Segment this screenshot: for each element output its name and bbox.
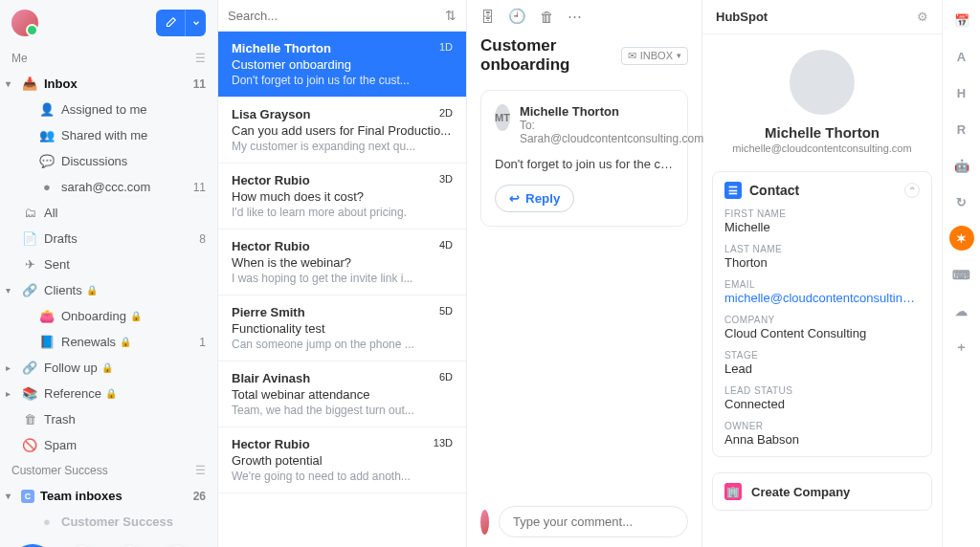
rail-r[interactable]: R bbox=[949, 117, 974, 142]
thread-time: 1D bbox=[439, 41, 453, 55]
thread-item[interactable]: Hector Rubio4DWhen is the webinar?I was … bbox=[218, 230, 466, 295]
folder-icon: 📥 bbox=[21, 77, 38, 91]
create-company-button[interactable]: 🏢 Create Company bbox=[712, 472, 932, 511]
filter-icon[interactable]: ☰ bbox=[195, 464, 206, 477]
rail-keyboard[interactable]: ⌨ bbox=[949, 262, 974, 287]
folder-icon: 🔗 bbox=[21, 361, 38, 375]
folder-icon: ✈ bbox=[21, 257, 38, 272]
folder-reference[interactable]: ▸📚Reference🔒 bbox=[0, 381, 217, 406]
bottom-bar: ⋯ bbox=[0, 535, 217, 547]
dot-icon: ● bbox=[38, 514, 56, 529]
folder-sarah-ccc-com[interactable]: ●sarah@ccc.com11 bbox=[0, 174, 217, 200]
lock-icon: 🔒 bbox=[101, 362, 113, 373]
recipient-line: To: Sarah@cloudcontentconsulting.com bbox=[520, 119, 703, 145]
folder-shared-with-me[interactable]: 👥Shared with me bbox=[0, 122, 217, 148]
sort-button[interactable]: ⇅ bbox=[445, 8, 457, 23]
field-value[interactable]: Cloud Content Consulting bbox=[724, 326, 920, 340]
contact-avatar bbox=[790, 50, 855, 115]
compose-icon bbox=[164, 16, 177, 30]
folder-label: Onboarding bbox=[61, 309, 126, 323]
folder-label: Customer Success bbox=[61, 514, 173, 529]
thread-time: 4D bbox=[439, 239, 453, 253]
folder-label: Trash bbox=[44, 412, 76, 427]
rail-a[interactable]: A bbox=[949, 44, 974, 69]
thread-preview: I'd like to learn more about pricing. bbox=[232, 206, 453, 219]
archive-button[interactable]: 🗄 bbox=[480, 9, 495, 25]
delete-button[interactable]: 🗑 bbox=[540, 9, 554, 25]
thread-time: 5D bbox=[439, 305, 453, 319]
folder-icon: 👤 bbox=[38, 102, 56, 117]
more-actions-button[interactable]: ⋯ bbox=[568, 8, 582, 25]
rail-hubspot[interactable]: ✶ bbox=[949, 226, 974, 251]
field-value[interactable]: michelle@cloudcontentconsulting.... bbox=[724, 291, 920, 305]
reply-button[interactable]: ↩ Reply bbox=[495, 185, 574, 212]
thread-from: Hector Rubio bbox=[232, 173, 310, 187]
inbox-badge[interactable]: ✉ INBOX ▾ bbox=[621, 47, 688, 65]
thread-item[interactable]: Hector Rubio13DGrowth potentialWe're goi… bbox=[218, 427, 466, 493]
compose-button[interactable] bbox=[156, 10, 185, 36]
rail-bot[interactable]: 🤖 bbox=[949, 153, 974, 178]
snooze-button[interactable]: 🕘 bbox=[508, 8, 526, 25]
folder-sent[interactable]: ✈Sent bbox=[0, 252, 217, 277]
rail-refresh[interactable]: ↻ bbox=[949, 189, 974, 214]
folder-renewals[interactable]: 📘Renewals🔒1 bbox=[0, 329, 217, 355]
folder-follow-up[interactable]: ▸🔗Follow up🔒 bbox=[0, 355, 217, 381]
folder-inbox[interactable]: ▾📥Inbox11 bbox=[0, 71, 217, 97]
thread-item[interactable]: Lisa Grayson2DCan you add users for Fina… bbox=[218, 98, 466, 164]
folder-assigned-to-me[interactable]: 👤Assigned to me bbox=[0, 97, 217, 122]
compose-dropdown[interactable] bbox=[185, 10, 206, 36]
folder-label: Clients bbox=[44, 283, 82, 297]
reading-pane: 🗄 🕘 🗑 ⋯ Customer onboarding ✉ INBOX ▾ MT… bbox=[467, 0, 702, 547]
field-label: FIRST NAME bbox=[724, 208, 920, 219]
thread-from: Pierre Smith bbox=[232, 305, 305, 319]
folder-trash[interactable]: 🗑Trash bbox=[0, 406, 217, 432]
folder-all[interactable]: 🗂All bbox=[0, 200, 217, 226]
message-body: Don't forget to join us for the customer… bbox=[495, 157, 674, 171]
contact-name: Michelle Thorton bbox=[712, 124, 932, 141]
folder-label: Renewals bbox=[61, 335, 116, 349]
folder-spam[interactable]: 🚫Spam bbox=[0, 432, 217, 458]
folder-label: Sent bbox=[44, 257, 70, 272]
field-value[interactable]: Lead bbox=[724, 361, 920, 376]
thread-item[interactable]: Blair Avinash6DTotal webinar attendanceT… bbox=[218, 361, 466, 427]
collapse-icon[interactable]: ⌃ bbox=[904, 183, 920, 198]
folder-count: 26 bbox=[193, 490, 206, 503]
rail-add[interactable]: ＋ bbox=[949, 335, 974, 360]
folder-team-inboxes[interactable]: ▾ C Team inboxes 26 bbox=[0, 483, 217, 509]
field-value[interactable]: Michelle bbox=[724, 220, 920, 234]
thread-from: Hector Rubio bbox=[232, 437, 310, 451]
folder-discussions[interactable]: 💬Discussions bbox=[0, 148, 217, 174]
thread-item[interactable]: Michelle Thorton1DCustomer onboardingDon… bbox=[218, 32, 466, 98]
field-label: EMAIL bbox=[724, 279, 920, 290]
rail-h[interactable]: H bbox=[949, 80, 974, 105]
rail-calendar[interactable]: 📅 bbox=[949, 8, 974, 33]
field-value[interactable]: Connected bbox=[724, 397, 920, 411]
gear-icon[interactable]: ⚙ bbox=[917, 10, 928, 24]
field-value[interactable]: Anna Babson bbox=[724, 432, 920, 447]
sender-name: Michelle Thorton bbox=[520, 104, 703, 119]
thread-from: Blair Avinash bbox=[232, 371, 310, 385]
thread-item[interactable]: Hector Rubio3DHow much does it cost?I'd … bbox=[218, 164, 466, 230]
filter-icon[interactable]: ☰ bbox=[195, 52, 206, 65]
comment-input[interactable] bbox=[499, 506, 688, 537]
folder-count: 11 bbox=[193, 77, 206, 91]
thread-item[interactable]: Pierre Smith5DFunctionality testCan some… bbox=[218, 295, 466, 361]
user-avatar[interactable] bbox=[11, 10, 38, 36]
folder-clients[interactable]: ▾🔗Clients🔒 bbox=[0, 277, 217, 303]
folder-icon: 🗑 bbox=[21, 412, 38, 427]
folder-drafts[interactable]: 📄Drafts8 bbox=[0, 226, 217, 252]
rail-cloud[interactable]: ☁ bbox=[949, 298, 974, 323]
contact-card-icon: ☰ bbox=[724, 182, 742, 199]
folder-label: Shared with me bbox=[61, 128, 147, 142]
folder-label: Reference bbox=[44, 386, 101, 401]
folder-label: Spam bbox=[44, 438, 77, 452]
hubspot-title: HubSpot bbox=[716, 10, 768, 24]
folder-onboarding[interactable]: 👛Onboarding🔒 bbox=[0, 303, 217, 329]
inbox-badge-icon: ✉ bbox=[628, 50, 636, 62]
field-value[interactable]: Thorton bbox=[724, 255, 920, 270]
folder-customer-success-child[interactable]: ● Customer Success bbox=[0, 509, 217, 535]
search-input[interactable] bbox=[228, 9, 445, 23]
chevron-icon: ▸ bbox=[6, 362, 11, 373]
thread-time: 6D bbox=[439, 371, 453, 385]
chevron-icon: ▸ bbox=[6, 388, 11, 399]
